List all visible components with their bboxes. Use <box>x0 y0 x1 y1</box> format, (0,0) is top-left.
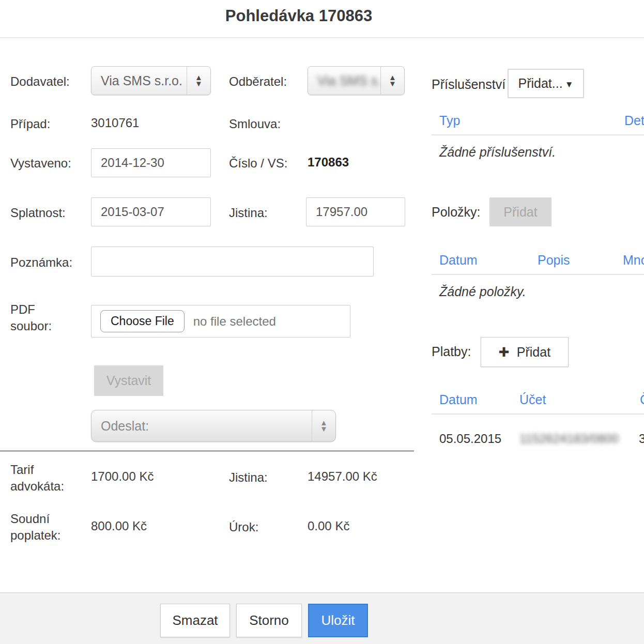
smlouva-label: Smlouva: <box>229 116 281 132</box>
prislusenstvi-col-detail[interactable]: Det <box>624 113 644 128</box>
platby-header-line <box>432 413 644 415</box>
smazat-button[interactable]: Smazat <box>160 604 230 637</box>
select-arrows-icon: ▲▼ <box>312 410 335 441</box>
polozky-col-popis[interactable]: Popis <box>538 253 570 268</box>
vystaveno-label: Vystaveno: <box>10 155 71 172</box>
dodavatel-select[interactable]: Via SMS s.r.o. ▲▼ <box>91 66 211 95</box>
jistina-input[interactable] <box>306 197 405 226</box>
choose-file-button[interactable]: Choose File <box>100 310 185 332</box>
prislusenstvi-header-line <box>432 134 644 135</box>
tarif-advokata-label: Tarif advokáta: <box>10 462 88 495</box>
file-status-text: no file selected <box>193 314 276 329</box>
polozky-col-datum[interactable]: Datum <box>439 253 478 268</box>
platby-pridat-button[interactable]: ✚Přidat <box>481 337 569 367</box>
dodavatel-label: Dodavatel: <box>10 73 70 90</box>
tarif-advokata-value: 1700.00 Kč <box>91 469 154 484</box>
summary-jistina-value: 14957.00 Kč <box>308 469 377 484</box>
prislusenstvi-empty-text: Žádné příslušenství. <box>439 145 556 160</box>
cislo-vs-label: Číslo / VS: <box>229 155 287 172</box>
platby-col-castka[interactable]: Č <box>640 392 644 407</box>
poznamka-input[interactable] <box>91 247 374 277</box>
prislusenstvi-pridat-label: Přidat... <box>518 76 563 90</box>
select-arrows-icon: ▲▼ <box>380 67 404 95</box>
urok-label: Úrok: <box>229 519 258 535</box>
platby-pridat-label: Přidat <box>517 345 550 359</box>
polozky-label: Položky: <box>432 205 480 220</box>
poznamka-label: Poznámka: <box>10 254 72 271</box>
odeslat-select-value: Odeslat: <box>91 410 312 441</box>
odberatel-label: Odběratel: <box>229 73 287 90</box>
summary-divider <box>0 450 414 452</box>
soudni-poplatek-label: Soudní poplatek: <box>10 511 88 544</box>
pdf-file-input[interactable]: Choose File no file selected <box>91 305 350 338</box>
prislusenstvi-col-typ[interactable]: Typ <box>439 113 460 128</box>
vystaveno-input[interactable] <box>91 148 211 177</box>
platby-col-ucet[interactable]: Účet <box>519 392 546 407</box>
odberatel-select-value: Via SMS s.r. <box>308 67 380 95</box>
jistina-label: Jistina: <box>229 205 268 221</box>
storno-button[interactable]: Storno <box>236 604 302 637</box>
platba-datum: 05.05.2015 <box>439 432 501 446</box>
cislo-vs-value: 170863 <box>308 155 349 170</box>
polozky-col-mnozstvi[interactable]: Mno <box>623 253 644 268</box>
soudni-poplatek-value: 800.00 Kč <box>91 519 147 533</box>
header-divider <box>0 37 644 38</box>
pripad-value: 3010761 <box>91 116 139 130</box>
polozky-pridat-button[interactable]: Přidat <box>489 197 551 226</box>
pripad-label: Případ: <box>10 116 50 132</box>
plus-icon: ✚ <box>499 345 510 359</box>
odberatel-select[interactable]: Via SMS s.r. ▲▼ <box>308 66 405 95</box>
ulozit-button[interactable]: Uložit <box>308 604 368 637</box>
dodavatel-select-value: Via SMS s.r.o. <box>91 67 187 95</box>
select-arrows-icon: ▲▼ <box>187 67 210 95</box>
prislusenstvi-pridat-button[interactable]: Přidat...▼ <box>508 69 584 98</box>
urok-value: 0.00 Kč <box>308 519 349 533</box>
prislusenstvi-label: Příslušenství <box>432 77 505 92</box>
pdf-soubor-label: PDF soubor: <box>10 301 78 335</box>
vystavit-button[interactable]: Vystavit <box>94 365 163 396</box>
page-title: Pohledávka 170863 <box>0 7 597 25</box>
splatnost-input[interactable] <box>91 197 211 226</box>
polozky-empty-text: Žádné položky. <box>439 284 526 299</box>
platba-ucet: 1152624183/0800 <box>519 432 619 446</box>
platby-col-datum[interactable]: Datum <box>439 392 478 407</box>
platba-castka: 3 <box>639 432 644 446</box>
splatnost-label: Splatnost: <box>10 205 66 221</box>
summary-jistina-label: Jistina: <box>229 469 268 486</box>
polozky-header-line <box>432 274 644 275</box>
odeslat-select[interactable]: Odeslat: ▲▼ <box>91 410 336 442</box>
platby-label: Platby: <box>432 344 471 359</box>
pohledavka-modal: Pohledávka 170863 Dodavatel: Via SMS s.r… <box>0 0 644 644</box>
chevron-down-icon: ▼ <box>565 80 574 89</box>
